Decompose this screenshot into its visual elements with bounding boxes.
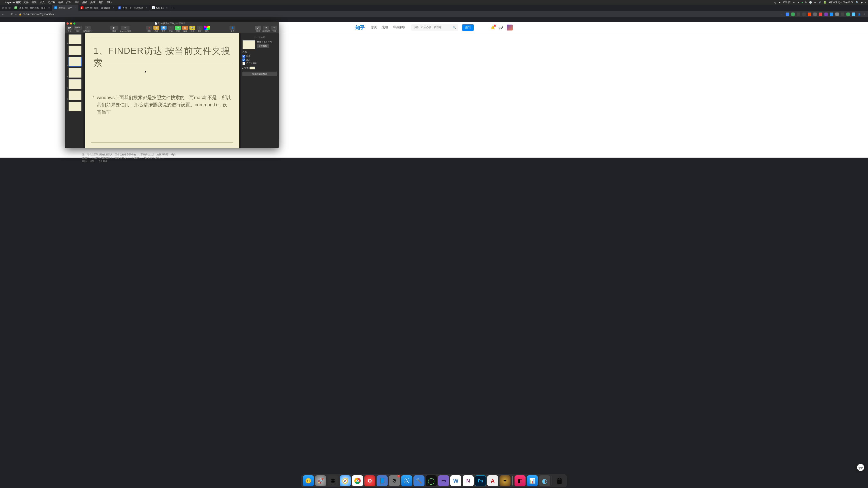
- dock-photoshop[interactable]: Ps: [475, 475, 486, 486]
- chk-slide-number[interactable]: 幻灯片编号: [242, 62, 277, 65]
- status-datetime[interactable]: 9月16日 周一 下午11:38: [829, 1, 854, 4]
- tab-3[interactable]: 百百度一下，你就知道×: [116, 5, 150, 11]
- ext-icon[interactable]: [852, 12, 855, 16]
- tab-0[interactable]: JA(2 条消息) 我的草稿 - 知乎×: [12, 5, 52, 11]
- user-avatar[interactable]: [507, 25, 513, 31]
- profile-avatar-icon[interactable]: 👤: [858, 12, 861, 16]
- chat-fab-button[interactable]: 💬: [857, 464, 864, 471]
- dock-safari[interactable]: 🧭: [340, 475, 351, 486]
- thumb-6[interactable]: 6: [66, 91, 82, 100]
- notification-bell-icon[interactable]: 🔔2: [491, 25, 495, 29]
- menu-slide[interactable]: 幻灯片: [48, 1, 55, 4]
- menu-window[interactable]: 窗口: [98, 1, 104, 4]
- status-cloud2-icon[interactable]: ☁: [797, 1, 799, 4]
- notification-center-icon[interactable]: ≡: [865, 1, 866, 4]
- thumb-1[interactable]: 1: [66, 34, 82, 44]
- close-icon[interactable]: ×: [146, 6, 147, 9]
- slide-body[interactable]: windows上面我们搜索都是按照文件搜索的，而mac却不是，所以我们如果要使用…: [97, 94, 231, 116]
- dock-mission-control[interactable]: ▦: [328, 475, 338, 486]
- zhihu-nav-home[interactable]: 首页: [371, 26, 377, 29]
- tb-comment[interactable]: 💬批注: [189, 26, 195, 33]
- tb-media[interactable]: 🖼媒体: [182, 26, 188, 33]
- status-cloud-icon[interactable]: ☁: [793, 1, 795, 4]
- status-clock-icon[interactable]: 🕐: [809, 1, 812, 4]
- dock-hearthstone[interactable]: ✦: [499, 475, 510, 486]
- dock-settings[interactable]: ⚙1: [389, 475, 400, 486]
- status-eject-icon[interactable]: ⏏: [814, 1, 816, 4]
- ext-icon[interactable]: [813, 12, 817, 16]
- menu-play[interactable]: 播放: [83, 1, 88, 4]
- zhihu-search-input[interactable]: 沙特「石油心脏」被轰炸 🔍: [411, 24, 458, 31]
- thumb-2[interactable]: 2: [66, 45, 82, 55]
- change-master-button[interactable]: 更改母版: [257, 44, 269, 48]
- traffic-max-icon[interactable]: [73, 23, 75, 25]
- dock-chrome[interactable]: [352, 475, 363, 486]
- zhihu-ask-button[interactable]: 提问: [462, 24, 474, 31]
- tab-4[interactable]: GGoogle×: [150, 5, 170, 11]
- tb-live[interactable]: ▭ Keynote 直播: [120, 26, 131, 33]
- traffic-min-icon[interactable]: [5, 7, 7, 9]
- message-icon[interactable]: 💬: [499, 25, 503, 29]
- ext-icon[interactable]: [835, 12, 839, 16]
- ext-icon[interactable]: [830, 12, 833, 16]
- chk-body[interactable]: 正文: [242, 58, 277, 61]
- ext-icon[interactable]: [797, 12, 800, 16]
- close-icon[interactable]: ×: [166, 6, 167, 9]
- dock-wps[interactable]: W: [450, 475, 461, 486]
- traffic-min-icon[interactable]: [70, 23, 72, 25]
- status-refresh-icon[interactable]: ↻: [805, 1, 807, 4]
- browser-menu-icon[interactable]: ⋮: [863, 12, 866, 16]
- new-tab-button[interactable]: +: [170, 6, 176, 9]
- dock-appstore[interactable]: Ⓐ: [401, 475, 412, 486]
- ext-icon[interactable]: [808, 12, 811, 16]
- close-icon[interactable]: ×: [48, 6, 50, 9]
- menu-arrange[interactable]: 排列: [66, 1, 71, 4]
- close-icon[interactable]: ×: [113, 6, 114, 9]
- tb-color[interactable]: 颜色: [204, 26, 210, 33]
- status-sync-icon[interactable]: ◎: [774, 1, 776, 4]
- thumb-4[interactable]: 4: [66, 68, 82, 78]
- tb-add-slide[interactable]: ＋ 添加幻灯片: [83, 26, 93, 33]
- edit-link[interactable]: 编辑: [90, 160, 94, 162]
- zhihu-nav-answer[interactable]: 等你来答: [393, 26, 405, 29]
- thumb-7[interactable]: 7: [66, 102, 82, 111]
- nav-forward-icon[interactable]: →: [6, 13, 9, 16]
- tb-view[interactable]: ▦▾ 显示: [66, 26, 72, 33]
- ext-icon[interactable]: [802, 12, 806, 16]
- slide-canvas[interactable]: 1、FINDER访达 按当前文件夹搜索 windows上面我们搜索都是按照文件搜…: [84, 33, 241, 148]
- dock-dictionary[interactable]: 📘: [377, 475, 388, 486]
- background-disclosure[interactable]: ▸ 背景: [242, 66, 277, 69]
- siri-icon[interactable]: ◉: [861, 1, 863, 4]
- dock-motrix[interactable]: ▭: [438, 475, 449, 486]
- traffic-close-icon[interactable]: [2, 7, 4, 9]
- dock-opera[interactable]: O: [364, 475, 375, 486]
- zhihu-nav-discover[interactable]: 发现: [382, 26, 388, 29]
- zhihu-logo[interactable]: 知乎: [355, 24, 365, 31]
- dock-finder[interactable]: 🙂: [303, 475, 314, 486]
- ext-evernote-icon[interactable]: [791, 12, 795, 16]
- ext-icon[interactable]: [824, 12, 828, 16]
- dock-trash[interactable]: 🗑: [554, 475, 565, 486]
- tb-text[interactable]: T文本: [168, 26, 174, 33]
- dock-onenote[interactable]: N: [463, 475, 474, 486]
- ext-translate-icon[interactable]: [786, 12, 789, 16]
- keynote-filename[interactable]: finder搜索技巧.key: [158, 22, 176, 25]
- spotlight-icon[interactable]: 🔍: [856, 1, 859, 4]
- edit-master-button[interactable]: 编辑母版幻灯片: [242, 72, 277, 76]
- tb-collab[interactable]: 👤协作: [229, 26, 236, 33]
- nav-back-icon[interactable]: ←: [2, 13, 4, 16]
- ext-icon[interactable]: [841, 12, 844, 16]
- status-dot-icon[interactable]: ●: [802, 1, 803, 4]
- tb-record[interactable]: ●录制: [146, 26, 152, 33]
- menu-share[interactable]: 共享: [91, 1, 96, 4]
- slide-title[interactable]: 1、FINDER访达 按当前文件夹搜索: [93, 45, 233, 69]
- delete-link[interactable]: 删除: [82, 160, 87, 162]
- bookmark-star-icon[interactable]: ☆: [780, 12, 784, 16]
- nav-home-icon[interactable]: ⌂: [15, 13, 17, 16]
- tb-format[interactable]: 🖌格式: [255, 26, 261, 33]
- dock-launchpad[interactable]: 🚀: [315, 475, 326, 486]
- traffic-close-icon[interactable]: [66, 23, 69, 25]
- ext-icon[interactable]: [819, 12, 822, 16]
- chk-title[interactable]: 标题: [242, 55, 277, 58]
- dock-xcode[interactable]: 🔨: [413, 475, 425, 486]
